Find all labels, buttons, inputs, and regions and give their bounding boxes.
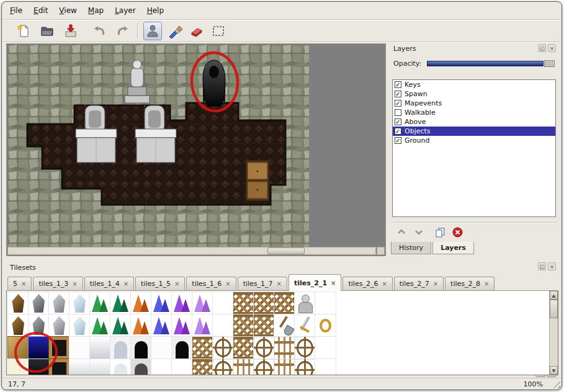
tileset-tile-rock-brown[interactable] — [8, 314, 29, 337]
tileset-tile-crystal-violet[interactable] — [192, 314, 213, 337]
tileset-tab-tiles_1_5[interactable]: tiles_1_5× — [135, 277, 185, 290]
tileset-tile-crystal-blue[interactable] — [151, 314, 172, 337]
tileset-tile-crystal-orange[interactable] — [131, 292, 151, 314]
tileset-tile-fence[interactable] — [254, 314, 274, 337]
tileset-tile-arch-black[interactable] — [172, 337, 192, 359]
tab-close-icon[interactable]: × — [174, 280, 179, 287]
close-panel-icon[interactable]: × — [548, 44, 556, 52]
tileset-tab-5[interactable]: 5× — [7, 277, 32, 290]
menu-file[interactable]: File — [4, 4, 28, 17]
layer-visibility-checkbox[interactable]: ✓ — [395, 91, 401, 97]
tileset-tile-empty[interactable] — [315, 359, 336, 375]
duplicate-layer-button[interactable] — [433, 226, 447, 238]
tileset-tile-track[interactable] — [233, 359, 254, 375]
brush-tool-button[interactable] — [166, 22, 184, 40]
tileset-tile-wheel[interactable] — [254, 337, 274, 359]
tileset-tab-tiles_2_1[interactable]: tiles_2_1× — [289, 274, 342, 291]
tileset-tile-fence[interactable] — [233, 314, 254, 337]
tileset-tab-tiles_2_6[interactable]: tiles_2_6× — [342, 277, 392, 290]
tileset-tile-fence[interactable] — [274, 292, 295, 314]
tileset-tile-coil[interactable] — [315, 314, 336, 337]
tileset-tile-tile-white[interactable] — [69, 337, 90, 359]
tileset-tile-tile-pale[interactable] — [90, 359, 110, 375]
panel-tab-layers[interactable]: Layers — [432, 242, 474, 254]
tileset-tile-fence[interactable] — [254, 292, 274, 314]
layer-visibility-checkbox[interactable]: ✓ — [395, 128, 401, 135]
tileset-tile-rock-gray2[interactable] — [49, 314, 69, 337]
tab-close-icon[interactable]: × — [72, 280, 77, 287]
tileset-tile-crystal-purple[interactable] — [172, 292, 192, 314]
layer-visibility-checkbox[interactable] — [395, 109, 401, 116]
scroll-down-icon[interactable]: ▼ — [550, 366, 558, 375]
tileset-tile-arch-dark[interactable] — [131, 359, 151, 375]
tileset-tile-rock-ice[interactable] — [69, 292, 90, 314]
close-panel-icon[interactable]: × — [548, 262, 556, 270]
tileset-tile-rock-gray2[interactable] — [49, 292, 69, 314]
resize-grip[interactable] — [552, 380, 560, 388]
layer-row-above[interactable]: ✓Above — [393, 117, 555, 127]
new-button[interactable] — [14, 22, 33, 40]
tileset-tile-fence[interactable] — [233, 337, 254, 359]
tileset-tile-crystal-violet[interactable] — [192, 292, 213, 314]
tileset-vscroll-thumb[interactable] — [550, 300, 558, 318]
tileset-vertical-scrollbar[interactable]: ▲ ▼ — [549, 291, 558, 375]
tab-close-icon[interactable]: × — [382, 280, 387, 287]
tab-close-icon[interactable]: × — [484, 280, 489, 287]
tileset-tile-rock-gray[interactable] — [29, 314, 49, 337]
eraser-tool-button[interactable] — [187, 22, 206, 40]
tileset-tile-tile-gold[interactable] — [8, 337, 29, 359]
opacity-slider-handle[interactable] — [544, 60, 555, 67]
tileset-tile-wheel[interactable] — [295, 337, 315, 359]
tileset-tile-fence[interactable] — [192, 337, 213, 359]
layer-visibility-checkbox[interactable]: ✓ — [395, 137, 401, 144]
map-horizontal-scrollbar[interactable] — [7, 247, 376, 255]
menu-view[interactable]: View — [53, 4, 82, 17]
tileset-tile-sword[interactable] — [295, 314, 315, 337]
open-button[interactable] — [38, 22, 56, 40]
opacity-slider[interactable] — [427, 60, 555, 67]
tab-close-icon[interactable]: × — [331, 280, 336, 287]
save-button[interactable] — [61, 22, 80, 40]
layer-move-up-button[interactable] — [395, 226, 408, 238]
tileset-tile-tile-dark[interactable] — [29, 359, 49, 375]
tileset-tile-door-wood[interactable] — [49, 359, 69, 375]
tab-close-icon[interactable]: × — [225, 280, 230, 287]
tileset-tile-statue[interactable] — [295, 292, 315, 314]
tab-close-icon[interactable]: × — [123, 280, 128, 287]
map-hscroll-thumb[interactable] — [267, 247, 305, 254]
tileset-tile-tile-white[interactable] — [151, 337, 172, 359]
layer-row-spawn[interactable]: ✓Spawn — [393, 89, 555, 99]
tileset-tab-tiles_2_7[interactable]: tiles_2_7× — [394, 277, 444, 290]
tileset-tile-fence[interactable] — [192, 359, 213, 375]
tileset-tile-empty[interactable] — [315, 292, 336, 314]
tileset-tile-crystal-blue[interactable] — [151, 292, 172, 314]
tileset-tile-empty[interactable] — [213, 314, 233, 337]
tileset-tile-fence[interactable] — [233, 292, 254, 314]
tileset-tab-tiles_2_8[interactable]: tiles_2_8× — [445, 277, 495, 290]
menu-help[interactable]: Help — [141, 4, 169, 17]
tab-close-icon[interactable]: × — [277, 280, 282, 287]
tileset-tile-track[interactable] — [274, 337, 295, 359]
layer-visibility-checkbox[interactable]: ✓ — [395, 100, 401, 107]
tileset-tile-rock-brown[interactable] — [8, 292, 29, 314]
tileset-tab-tiles_1_4[interactable]: tiles_1_4× — [84, 277, 134, 290]
layer-move-down-button[interactable] — [412, 226, 426, 238]
undo-button[interactable] — [90, 22, 109, 40]
tileset-tile-wheel[interactable] — [254, 359, 274, 375]
tileset-tile-wheel[interactable] — [295, 359, 315, 375]
tileset-tile-door-wood[interactable] — [49, 337, 69, 359]
menu-edit[interactable]: Edit — [28, 4, 53, 17]
tab-close-icon[interactable]: × — [21, 280, 26, 287]
tileset-tab-tiles_1_6[interactable]: tiles_1_6× — [186, 277, 236, 290]
menu-map[interactable]: Map — [83, 4, 109, 17]
layer-row-walkable[interactable]: Walkable — [393, 108, 555, 117]
tileset-tile-arch-pale[interactable] — [110, 337, 131, 359]
layer-visibility-checkbox[interactable]: ✓ — [395, 118, 401, 125]
layer-row-keys[interactable]: ✓Keys — [393, 80, 555, 89]
tileset-tile-arch-black[interactable] — [131, 337, 151, 359]
tileset-tile-crystal-teal[interactable] — [110, 314, 131, 337]
tileset-tile-crystal-green[interactable] — [90, 314, 110, 337]
tileset-tile-shovel[interactable] — [274, 314, 295, 337]
tileset-tile-crystal-orange[interactable] — [131, 314, 151, 337]
float-panel-icon[interactable]: ◱ — [538, 262, 546, 270]
